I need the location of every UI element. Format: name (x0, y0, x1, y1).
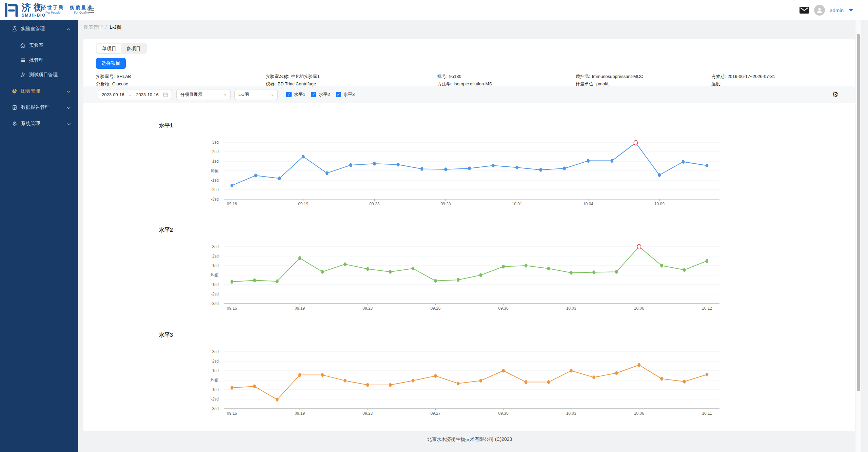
y-axis-label: -3sd (211, 301, 219, 306)
method-value: Isotopic dilution-MS (454, 81, 492, 86)
x-axis-label: 09.19 (295, 411, 305, 416)
validity-value: 2016-06-17~2026-07-31 (728, 74, 775, 79)
username[interactable]: admin (830, 7, 844, 13)
level2-checkbox-group[interactable]: ✓ 水平2 (311, 89, 330, 100)
pie-chart-icon (12, 88, 18, 94)
y-axis-label: -1sd (211, 387, 219, 392)
sidebar-item-laboratory[interactable]: 实验室 (0, 39, 78, 52)
sidebar-item-test-project-management[interactable]: 测试项目管理 (0, 68, 78, 82)
x-axis-label: 09.16 (227, 306, 237, 311)
x-axis-label: 10.03 (566, 411, 576, 416)
level2-label: 水平2 (319, 91, 330, 98)
lj-chart-level3: 3sd2sd1sd均值-1sd-2sd-3sd09.1609.1909.2309… (190, 345, 739, 423)
chart-settings-gear-icon[interactable]: ⚙ (832, 90, 839, 99)
chevron-down-icon (67, 121, 71, 126)
test-flask-icon (20, 72, 26, 78)
tab-multi-project[interactable]: 多项目 (121, 44, 146, 53)
date-start-input[interactable]: 2023-09-16 (102, 92, 124, 97)
scrollbar-track[interactable] (855, 20, 861, 452)
data-point (321, 270, 324, 274)
level1-checkbox-group[interactable]: ✓ 水平1 (286, 89, 305, 100)
user-caret-down-icon[interactable] (849, 9, 853, 12)
y-axis-label: -3sd (211, 197, 219, 202)
data-point (412, 267, 414, 270)
display-mode-select[interactable]: 分项目展示 ∨ (176, 89, 231, 100)
level3-checkbox-group[interactable]: ✓ 水平3 (336, 89, 355, 100)
y-axis-label: -2sd (211, 187, 219, 192)
avatar[interactable] (814, 5, 825, 16)
x-axis-label: 09.28 (440, 202, 451, 206)
chart-type-select[interactable]: L-J图 ∨ (234, 89, 278, 100)
level3-checkbox[interactable]: ✓ (336, 92, 341, 97)
sidebar-item-data-report-management[interactable]: 数据报告管理 (0, 101, 78, 114)
date-range-picker[interactable]: 2023-09-16 → 2023-10-16 (98, 89, 172, 100)
select-project-button[interactable]: 选择项目 (96, 58, 126, 69)
date-end-input[interactable]: 2023-10-16 (136, 92, 159, 97)
data-point (492, 164, 494, 167)
x-axis-label: 10.11 (702, 411, 712, 416)
x-axis-label: 10.06 (634, 411, 644, 416)
data-point (253, 279, 256, 282)
data-point (343, 262, 346, 266)
menu-fold-icon[interactable] (87, 6, 95, 14)
y-axis-label: 3sd (212, 140, 219, 145)
data-point (502, 265, 505, 268)
gear-icon: ⚙ (12, 121, 18, 127)
x-axis-label: 09.30 (498, 411, 509, 416)
x-axis-label: 09.27 (430, 411, 440, 416)
data-point (658, 173, 661, 177)
sidebar-item-batch-management[interactable]: 批管理 (0, 54, 78, 67)
lj-chart-level1: 3sd2sd1sd均值-1sd-2sd-3sd09.1609.1909.2309… (190, 136, 739, 213)
breadcrumb-separator: / (105, 24, 107, 30)
y-axis-label: 1sd (212, 368, 219, 373)
data-point (434, 374, 437, 378)
data-point (276, 280, 278, 283)
info-col-lab: 实验室号:SHLAB 分析物:Glucose (96, 73, 131, 88)
data-point (547, 380, 550, 384)
breadcrumb-parent[interactable]: 图表管理 (84, 24, 103, 30)
data-point (278, 177, 281, 180)
unit-label: 计量单位: (576, 81, 595, 86)
data-point (525, 264, 527, 267)
sidebar-item-lab-management[interactable]: 实验室管理 (0, 22, 78, 36)
sidebar-item-label: 批管理 (29, 57, 43, 63)
x-axis-label: 10.04 (583, 202, 593, 206)
info-col-batch: 批号:95130 方法学:Isotopic dilution-MS (437, 73, 492, 88)
sidebar-item-label: 图表管理 (21, 88, 40, 94)
brand-tagline: 济世于民 For People 衡质量准 For Quality (41, 4, 93, 15)
x-axis-label: 09.26 (430, 306, 440, 311)
outlier-point (637, 244, 641, 249)
data-point (479, 273, 482, 277)
lj-chart-svg-level2: 3sd2sd1sd均值-1sd-2sd-3sd09.1609.1909.2309… (190, 240, 739, 318)
data-point (563, 166, 566, 170)
level2-checkbox[interactable]: ✓ (311, 92, 316, 97)
x-axis-label: 10.01 (512, 202, 522, 206)
data-point (683, 268, 686, 272)
mail-icon[interactable] (799, 6, 809, 14)
tab-single-project[interactable]: 单项目 (97, 44, 121, 53)
sidebar-item-system-management[interactable]: ⚙ 系统管理 (0, 117, 78, 130)
scrollbar-thumb[interactable] (857, 34, 860, 391)
lj-chart-svg-level1: 3sd2sd1sd均值-1sd-2sd-3sd09.1609.1909.2309… (190, 136, 739, 213)
chart-type-value: L-J图 (238, 91, 249, 98)
x-axis-label: 09.16 (227, 411, 237, 416)
temperature-label: 温度: (711, 81, 722, 86)
y-axis-label: 2sd (212, 149, 219, 154)
data-point (706, 164, 708, 167)
sidebar-item-label: 数据报告管理 (21, 104, 50, 110)
x-axis-label: 09.19 (298, 202, 308, 206)
select-chevron-icon: ∨ (271, 93, 274, 97)
data-point (366, 383, 369, 387)
data-point (326, 171, 328, 175)
data-point (683, 380, 686, 384)
data-point (660, 377, 663, 381)
report-icon (12, 105, 18, 110)
sidebar-item-label: 测试项目管理 (29, 72, 58, 78)
data-point (343, 379, 346, 383)
page: 济衡 SMJH-BIO 济世于民 For People 衡质量准 For Qua… (0, 0, 868, 452)
info-col-validity: 有效期:2016-06-17~2026-07-31 温度: (711, 73, 775, 88)
level1-checkbox[interactable]: ✓ (286, 92, 292, 97)
sidebar-item-chart-management[interactable]: 图表管理 (0, 84, 78, 98)
home-icon (20, 43, 26, 48)
x-axis-label: 10.12 (702, 306, 712, 311)
